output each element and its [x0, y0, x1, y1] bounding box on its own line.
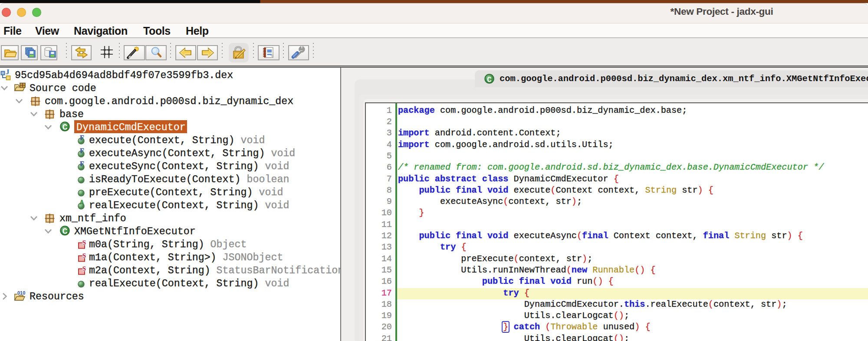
svg-text:S: S: [82, 266, 86, 272]
svg-text:J: J: [6, 69, 10, 76]
svg-text:S: S: [82, 253, 86, 259]
svg-text:010: 010: [17, 291, 25, 295]
svg-text:C: C: [487, 75, 492, 84]
svg-text:C: C: [62, 226, 67, 236]
svg-text:S: S: [82, 240, 86, 246]
svg-text:C: C: [62, 122, 67, 131]
